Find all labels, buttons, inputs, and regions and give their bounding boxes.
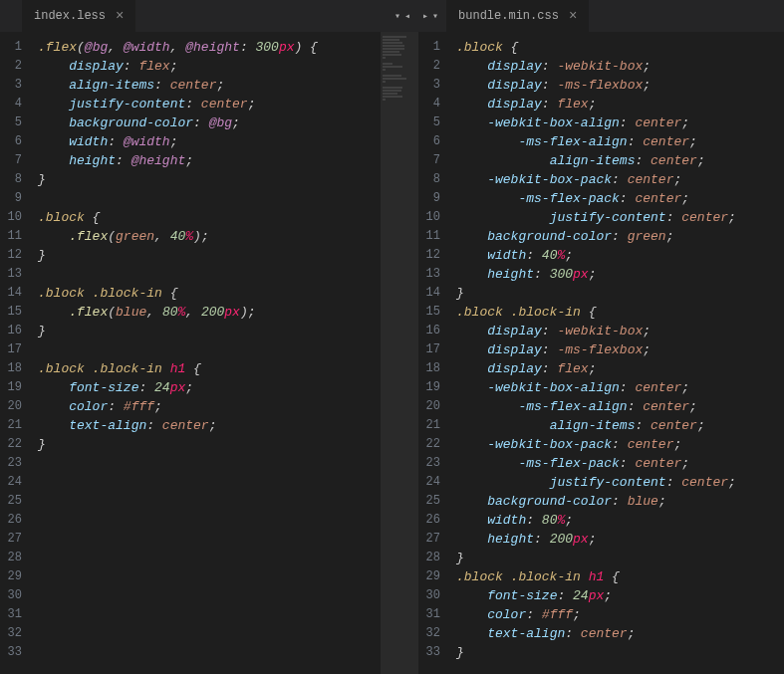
code-line[interactable]: .block .block-in h1 {: [448, 567, 784, 586]
tab-index-less[interactable]: index.less ×: [22, 0, 135, 32]
tab-title: bundle.min.css: [458, 9, 559, 23]
line-number: 18: [0, 359, 30, 378]
code-line[interactable]: width: 80%;: [448, 511, 784, 530]
line-number: 7: [0, 151, 30, 170]
line-number: 30: [0, 586, 30, 605]
code-line[interactable]: [30, 624, 381, 643]
line-number: 11: [418, 227, 448, 246]
code-line[interactable]: height: 200px;: [448, 530, 784, 549]
close-icon[interactable]: ×: [116, 9, 124, 23]
code-line[interactable]: width: @width;: [30, 132, 381, 151]
close-icon[interactable]: ×: [569, 9, 577, 23]
code-line[interactable]: [30, 340, 381, 359]
code-line[interactable]: }: [448, 549, 784, 567]
code-line[interactable]: display: -webkit-box;: [448, 322, 784, 340]
code-line[interactable]: height: @height;: [30, 151, 381, 170]
code-line[interactable]: justify-content: center;: [30, 95, 381, 113]
code-line[interactable]: justify-content: center;: [448, 473, 784, 492]
line-number: 19: [418, 378, 448, 397]
code-line[interactable]: .block .block-in {: [448, 303, 784, 322]
line-number: 10: [0, 208, 30, 227]
code-line[interactable]: background-color: @bg;: [30, 113, 381, 132]
line-number: 32: [0, 624, 30, 643]
code-line[interactable]: [30, 454, 381, 473]
editor-area-right[interactable]: 1234567891011121314151617181920212223242…: [418, 32, 784, 674]
code-line[interactable]: }: [448, 284, 784, 303]
code-line[interactable]: background-color: blue;: [448, 492, 784, 511]
code-line[interactable]: text-align: center;: [30, 416, 381, 435]
code-line[interactable]: [30, 473, 381, 492]
code-line[interactable]: [30, 265, 381, 284]
triangle-down-icon[interactable]: ▾: [394, 10, 400, 22]
editor-area-left[interactable]: 1234567891011121314151617181920212223242…: [0, 32, 418, 674]
code-line[interactable]: -ms-flex-pack: center;: [448, 189, 784, 208]
code-line[interactable]: display: flex;: [30, 57, 381, 76]
code-line[interactable]: color: #fff;: [448, 605, 784, 624]
code-line[interactable]: align-items: center;: [448, 151, 784, 170]
line-number: 6: [418, 132, 448, 151]
code-line[interactable]: display: -ms-flexbox;: [448, 76, 784, 95]
code-line[interactable]: width: 40%;: [448, 246, 784, 265]
code-line[interactable]: [30, 549, 381, 567]
code-line[interactable]: -ms-flex-align: center;: [448, 132, 784, 151]
code-line[interactable]: [30, 530, 381, 549]
code-line[interactable]: [30, 567, 381, 586]
line-number: 12: [418, 246, 448, 265]
line-number: 26: [0, 511, 30, 530]
tab-bundle-min-css[interactable]: bundle.min.css ×: [446, 0, 589, 32]
code-line[interactable]: .block .block-in {: [30, 284, 381, 303]
line-number: 15: [0, 303, 30, 322]
minimap-left[interactable]: [381, 32, 418, 674]
code-line[interactable]: .flex(blue, 80%, 200px);: [30, 303, 381, 322]
triangle-down-icon[interactable]: ▾: [432, 10, 438, 22]
line-number: 8: [0, 170, 30, 189]
code-line[interactable]: -webkit-box-pack: center;: [448, 435, 784, 454]
code-line[interactable]: -webkit-box-pack: center;: [448, 170, 784, 189]
code-line[interactable]: [30, 511, 381, 530]
code-line[interactable]: -ms-flex-align: center;: [448, 397, 784, 416]
code-line[interactable]: display: -ms-flexbox;: [448, 340, 784, 359]
code-line[interactable]: .flex(@bg, @width, @height: 300px) {: [30, 38, 381, 57]
code-line[interactable]: -webkit-box-align: center;: [448, 378, 784, 397]
code-line[interactable]: align-items: center;: [30, 76, 381, 95]
code-content-left[interactable]: .flex(@bg, @width, @height: 300px) { dis…: [30, 32, 381, 674]
code-line[interactable]: .block {: [448, 38, 784, 57]
code-line[interactable]: -webkit-box-align: center;: [448, 113, 784, 132]
line-gutter-left: 1234567891011121314151617181920212223242…: [0, 32, 30, 674]
triangle-left-icon[interactable]: ◂: [404, 10, 410, 22]
code-line[interactable]: display: flex;: [448, 95, 784, 113]
line-number: 23: [0, 454, 30, 473]
code-line[interactable]: .block .block-in h1 {: [30, 359, 381, 378]
code-line[interactable]: .block {: [30, 208, 381, 227]
line-number: 9: [418, 189, 448, 208]
code-line[interactable]: align-items: center;: [448, 416, 784, 435]
code-line[interactable]: }: [30, 170, 381, 189]
line-number: 6: [0, 132, 30, 151]
code-line[interactable]: display: flex;: [448, 359, 784, 378]
code-line[interactable]: }: [30, 322, 381, 340]
code-line[interactable]: -ms-flex-pack: center;: [448, 454, 784, 473]
code-line[interactable]: [30, 605, 381, 624]
code-line[interactable]: height: 300px;: [448, 265, 784, 284]
tab-nav-icons: ▸ ▾: [422, 10, 446, 22]
code-line[interactable]: display: -webkit-box;: [448, 57, 784, 76]
line-number: 11: [0, 227, 30, 246]
code-line[interactable]: text-align: center;: [448, 624, 784, 643]
line-number: 31: [0, 605, 30, 624]
code-line[interactable]: color: #fff;: [30, 397, 381, 416]
line-number: 3: [0, 76, 30, 95]
code-line[interactable]: font-size: 24px;: [30, 378, 381, 397]
code-line[interactable]: }: [30, 435, 381, 454]
code-line[interactable]: .flex(green, 40%);: [30, 227, 381, 246]
code-line[interactable]: [30, 189, 381, 208]
triangle-right-icon[interactable]: ▸: [422, 10, 428, 22]
code-line[interactable]: background-color: green;: [448, 227, 784, 246]
code-line[interactable]: }: [448, 643, 784, 662]
code-line[interactable]: [30, 586, 381, 605]
code-line[interactable]: font-size: 24px;: [448, 586, 784, 605]
code-line[interactable]: justify-content: center;: [448, 208, 784, 227]
code-line[interactable]: [30, 643, 381, 662]
code-line[interactable]: }: [30, 246, 381, 265]
code-line[interactable]: [30, 492, 381, 511]
code-content-right[interactable]: .block { display: -webkit-box; display: …: [448, 32, 784, 674]
